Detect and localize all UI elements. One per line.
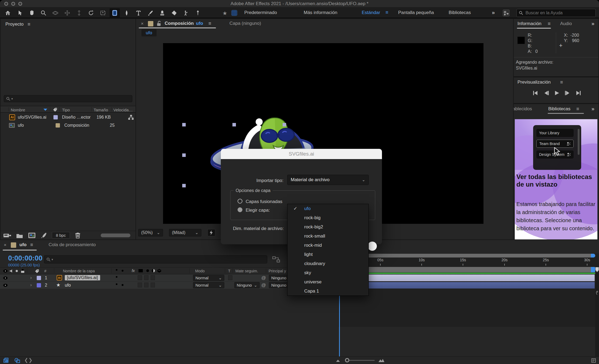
workspace-pantalla-pequena[interactable]: Pantalla pequeña	[398, 10, 434, 15]
shy-icon[interactable]	[114, 283, 119, 288]
panel-overflow-icon[interactable]: »	[591, 20, 594, 27]
accept-button[interactable]	[368, 242, 377, 251]
info-panel-menu-icon[interactable]: ≡	[548, 21, 551, 27]
selection-handle[interactable]	[232, 123, 236, 126]
tab-bibliotecas[interactable]: Bibliotecas	[548, 106, 570, 112]
selection-handle[interactable]	[182, 153, 186, 157]
new-composition-icon[interactable]	[28, 232, 36, 238]
in-out-duration-toggle-icon[interactable]	[25, 358, 32, 363]
dropdown-option-rock-mid[interactable]: rock-mid	[287, 241, 368, 250]
viewer-panel-menu-icon[interactable]: ≡	[208, 21, 211, 26]
timeline-panel-menu-icon[interactable]: ≡	[30, 242, 33, 248]
library-item-your-library[interactable]: Your Library	[536, 129, 574, 137]
col-tamano[interactable]: Tamaño	[94, 108, 108, 112]
project-row-svgfiles[interactable]: Ai ufo/SVGfiles.ai Diseño …ector 196 KB	[1, 113, 136, 121]
switch-cell[interactable]	[144, 283, 148, 287]
switch-cell[interactable]	[151, 275, 155, 280]
tab-composition-label[interactable]: Composición	[165, 21, 194, 26]
col-track-matte[interactable]: Mate seguim.	[235, 269, 258, 273]
time-ruler[interactable]: 05s 10s 15s 20s 25s 30s	[339, 258, 595, 267]
col-number[interactable]: #	[44, 269, 46, 273]
puppet-pin-tool-icon[interactable]	[193, 8, 203, 18]
shy-icon[interactable]	[114, 269, 119, 273]
libraries-panel-menu-icon[interactable]: ≡	[576, 106, 579, 112]
hand-tool-icon[interactable]	[26, 8, 37, 18]
shy-icon[interactable]	[114, 276, 119, 280]
dropdown-option-rock-big[interactable]: rock-big	[287, 213, 368, 222]
last-frame-icon[interactable]	[575, 90, 581, 96]
mask-transparency-icon[interactable]	[231, 10, 238, 17]
unlock-icon[interactable]	[157, 21, 161, 26]
col-nombre[interactable]: Nombre	[11, 108, 25, 112]
type-tool-icon[interactable]	[133, 8, 144, 18]
lock-icon[interactable]	[21, 269, 25, 273]
project-search[interactable]: ▾	[4, 95, 132, 102]
workspace-overflow-icon[interactable]: »	[492, 9, 494, 16]
dolly-camera-tool-icon[interactable]	[74, 8, 84, 18]
layer-switches-toggle-icon[interactable]	[3, 358, 10, 363]
zoom-window-icon[interactable]	[18, 2, 22, 6]
quality-icon[interactable]	[126, 276, 130, 280]
workspace-estandar[interactable]: Estándar	[362, 10, 380, 15]
project-row-ufo-comp[interactable]: ufo Composición 25	[1, 121, 136, 129]
clone-stamp-tool-icon[interactable]	[157, 8, 167, 18]
workspace-predeterminado[interactable]: Predeterminado	[244, 10, 277, 15]
layer-1-duration-bar[interactable]	[339, 274, 595, 281]
tab-project[interactable]: Proyecto	[5, 22, 23, 27]
parent-pickwhip-icon[interactable]: @	[261, 275, 266, 281]
orbit-camera-tool-icon[interactable]	[50, 8, 60, 18]
dropdown-option-cloudinary[interactable]: cloudinary	[287, 259, 368, 268]
switch-cell[interactable]	[138, 283, 142, 287]
transfer-controls-toggle-icon[interactable]	[14, 358, 21, 363]
scrollbar-end-cap[interactable]	[591, 254, 595, 257]
dropdown-option-sky[interactable]: sky	[287, 268, 368, 277]
quality-icon[interactable]	[126, 269, 130, 273]
switch-cell[interactable]	[138, 275, 142, 280]
dropdown-option-capa-1[interactable]: Capa 1	[287, 287, 368, 296]
interpret-footage-icon[interactable]	[3, 232, 11, 238]
col-tipo[interactable]: Tipo	[62, 108, 70, 112]
brush-tool-icon[interactable]	[145, 8, 155, 18]
col-velocidad[interactable]: Velocida…	[113, 108, 133, 112]
solo-icon[interactable]	[16, 270, 18, 272]
quality-icon[interactable]	[126, 283, 130, 287]
project-panel-menu-icon[interactable]: ≡	[28, 22, 31, 27]
tab-render-queue[interactable]: Cola de procesamiento	[49, 242, 96, 248]
comp-label-swatch[interactable]	[148, 21, 153, 26]
collapse-transformations-icon[interactable]	[120, 283, 125, 287]
zoom-tool-icon[interactable]	[38, 8, 49, 18]
layer-2-duration-bar[interactable]	[339, 282, 595, 289]
blend-mode-select[interactable]: Normal⌄	[193, 275, 224, 281]
motion-blur-icon[interactable]	[145, 269, 150, 273]
work-area-bar[interactable]	[339, 267, 595, 272]
project-scrollbar[interactable]	[101, 233, 130, 237]
fast-previews-icon[interactable]	[207, 229, 215, 236]
expand-layer-icon[interactable]: ›	[30, 275, 32, 280]
project-settings-icon[interactable]	[40, 232, 47, 239]
selection-handle[interactable]	[283, 123, 286, 126]
comp-marker-icon[interactable]	[595, 267, 599, 272]
switch-cell[interactable]	[144, 275, 148, 280]
col-layer-name[interactable]: Nombre de la capa	[63, 269, 95, 273]
first-frame-icon[interactable]	[533, 90, 539, 96]
home-tool-icon[interactable]	[3, 8, 13, 18]
preview-panel-menu-icon[interactable]: ≡	[560, 80, 563, 85]
merged-layers-label[interactable]: Capas fusionadas	[246, 199, 282, 204]
shape-tool-icon[interactable]	[110, 8, 120, 18]
zoom-level-select[interactable]: (50%)⌄	[138, 229, 163, 236]
label-tag-icon[interactable]	[35, 269, 39, 274]
dropdown-option-ufo[interactable]: ✓ufo	[287, 204, 368, 213]
timeline-search[interactable]: ▾	[44, 255, 267, 263]
workspace-mas-informacion[interactable]: Más información	[304, 10, 337, 15]
zoom-slider-knob[interactable]	[345, 358, 349, 362]
dropdown-option-light[interactable]: light	[287, 250, 368, 259]
workspace-menu-icon[interactable]: ≡	[385, 10, 388, 15]
blend-mode-select[interactable]: Normal⌄	[193, 282, 224, 288]
timeline-zoom-slider[interactable]	[345, 360, 375, 361]
workspace-bibliotecas[interactable]: Bibliotecas	[449, 10, 471, 15]
layer-label-swatch[interactable]	[37, 283, 41, 287]
comp-subtab-ufo[interactable]: ufo	[141, 30, 157, 36]
new-folder-icon[interactable]	[16, 232, 23, 238]
roto-brush-tool-icon[interactable]	[181, 8, 191, 18]
merged-layers-radio[interactable]	[238, 199, 242, 204]
